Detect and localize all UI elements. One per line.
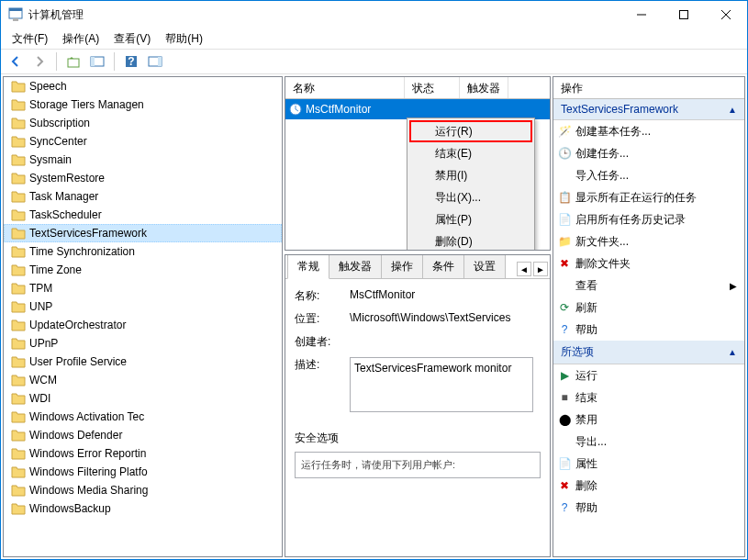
menubar: 文件(F) 操作(A) 查看(V) 帮助(H) [1, 28, 747, 49]
column-triggers[interactable]: 触发器 [460, 77, 508, 98]
action-help1[interactable]: ?帮助 [553, 319, 744, 341]
ctx-delete[interactable]: 删除(D) [409, 230, 532, 251]
back-button[interactable] [5, 50, 27, 73]
tab-scroll-right[interactable]: ► [533, 262, 548, 276]
task-row[interactable]: MsCtfMonitor [285, 99, 550, 119]
help-icon: ? [557, 322, 572, 337]
minimize-button[interactable] [620, 1, 663, 28]
list-icon: 📋 [557, 190, 572, 205]
history-icon: 📄 [557, 212, 572, 227]
tree-item[interactable]: Sysmain [4, 151, 282, 169]
menu-file[interactable]: 文件(F) [5, 29, 55, 49]
tree-item[interactable]: Speech [4, 77, 282, 95]
folder-icon [11, 410, 26, 423]
tree-item[interactable]: UNP [4, 297, 282, 316]
column-status[interactable]: 状态 [405, 77, 460, 98]
tab-settings[interactable]: 设置 [463, 254, 506, 278]
action-show-running[interactable]: 📋显示所有正在运行的任务 [553, 186, 744, 208]
tree-item[interactable]: Time Synchronization [4, 242, 282, 261]
action-help2[interactable]: ?帮助 [553, 497, 744, 519]
ctx-export[interactable]: 导出(X)... [409, 186, 532, 208]
tree-item[interactable]: Time Zone [4, 261, 282, 279]
tree-item[interactable]: WDI [4, 389, 282, 408]
tree-label: SystemRestore [29, 172, 105, 185]
actions-group1-header[interactable]: TextServicesFramework ▲ [553, 99, 744, 120]
tree-item[interactable]: Windows Error Reportin [4, 444, 282, 463]
folder-icon [11, 319, 26, 331]
folder-icon [11, 245, 26, 258]
label-location: 位置: [295, 311, 350, 327]
tab-triggers[interactable]: 触发器 [329, 254, 382, 278]
folder-icon [11, 135, 26, 148]
ctx-run[interactable]: 运行(R) [409, 120, 532, 142]
folder-icon [11, 502, 26, 515]
tree-item[interactable]: Subscription [4, 114, 282, 132]
action-refresh[interactable]: ⟳刷新 [553, 297, 744, 319]
help-icon: ? [557, 500, 572, 515]
tree-label: Time Zone [29, 263, 82, 276]
tree-label: SyncCenter [29, 135, 87, 148]
tree-item[interactable]: SyncCenter [4, 132, 282, 151]
tree-label: UpdateOrchestrator [29, 319, 126, 331]
action-new-folder[interactable]: 📁新文件夹... [553, 230, 744, 252]
tree-label: TextServicesFramework [29, 227, 147, 240]
action-properties[interactable]: 📄属性 [553, 453, 744, 475]
tree-item[interactable]: Windows Defender [4, 426, 282, 444]
action-delete-folder[interactable]: ✖删除文件夹 [553, 252, 744, 274]
action-import[interactable]: 导入任务... [553, 164, 744, 186]
action-create-basic[interactable]: 🪄创建基本任务... [553, 120, 744, 142]
window-title: 计算机管理 [28, 7, 620, 23]
action-create-task[interactable]: 🕒创建任务... [553, 142, 744, 164]
tree-item[interactable]: WindowsBackup [4, 499, 282, 518]
action-export[interactable]: 导出... [553, 431, 744, 453]
tree-item[interactable]: Windows Activation Tec [4, 408, 282, 426]
action-run[interactable]: ▶运行 [553, 364, 744, 386]
tree-item[interactable]: Storage Tiers Managen [4, 95, 282, 114]
ctx-end[interactable]: 结束(E) [409, 142, 532, 164]
actions-group2-header[interactable]: 所选项 ▲ [553, 341, 744, 364]
tab-operations[interactable]: 操作 [381, 254, 423, 278]
tab-conditions[interactable]: 条件 [422, 254, 464, 278]
maximize-button[interactable] [663, 1, 705, 28]
action-view[interactable]: 查看▶ [553, 274, 744, 297]
action-enable-history[interactable]: 📄启用所有任务历史记录 [553, 208, 744, 230]
action-disable[interactable]: ⬤禁用 [553, 409, 744, 431]
tree-item[interactable]: TPM [4, 279, 282, 297]
disable-icon: ⬤ [557, 412, 572, 427]
label-creator: 创建者: [295, 334, 350, 350]
close-button[interactable] [705, 1, 747, 28]
tree-item[interactable]: Windows Media Sharing [4, 481, 282, 499]
tree-item[interactable]: UpdateOrchestrator [4, 316, 282, 334]
tree-label: WCM [29, 374, 57, 386]
menu-view[interactable]: 查看(V) [106, 29, 158, 49]
value-description[interactable]: TextServicesFramework monitor [350, 357, 533, 412]
ctx-disable[interactable]: 禁用(I) [409, 164, 532, 186]
app-icon [8, 7, 23, 22]
panel2-button[interactable] [144, 50, 166, 73]
forward-button[interactable] [28, 50, 50, 73]
tree-label: Task Manager [29, 190, 98, 203]
up-button[interactable] [62, 50, 84, 73]
menu-help[interactable]: 帮助(H) [158, 29, 210, 49]
tree-item[interactable]: TaskScheduler [4, 206, 282, 224]
tree-item[interactable]: User Profile Service [4, 353, 282, 371]
tree-item[interactable]: Windows Filtering Platfo [4, 463, 282, 481]
action-end[interactable]: ■结束 [553, 386, 744, 409]
delete-icon: ✖ [557, 478, 572, 493]
help-icon-button[interactable]: ? [120, 50, 142, 73]
tree-item[interactable]: TextServicesFramework [4, 224, 282, 242]
tree-item[interactable]: WCM [4, 371, 282, 389]
tree-item[interactable]: SystemRestore [4, 169, 282, 187]
column-name[interactable]: 名称 [285, 77, 405, 98]
tree-item[interactable]: UPnP [4, 334, 282, 353]
action-delete[interactable]: ✖删除 [553, 475, 744, 497]
tree-label: WDI [29, 392, 50, 405]
menu-operation[interactable]: 操作(A) [55, 29, 106, 49]
tab-general[interactable]: 常规 [287, 254, 329, 279]
panel-button[interactable] [86, 50, 108, 73]
tree-label: Sysmain [29, 153, 72, 166]
tab-scroll-left[interactable]: ◄ [517, 262, 531, 276]
ctx-properties[interactable]: 属性(P) [409, 208, 532, 230]
collapse-up-icon: ▲ [728, 105, 737, 115]
tree-item[interactable]: Task Manager [4, 187, 282, 206]
